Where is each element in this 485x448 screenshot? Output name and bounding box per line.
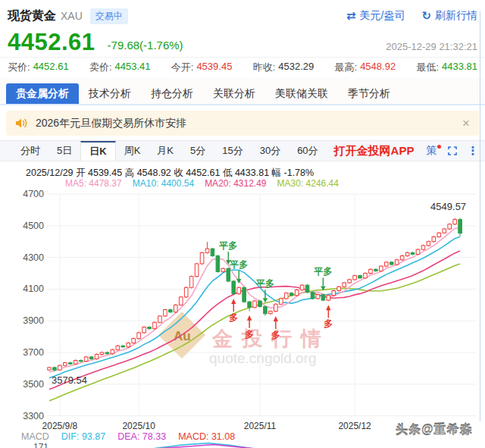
price-change: -79.68(-1.76%) — [108, 39, 183, 52]
macd-macd-value: MACD: 31.08 — [178, 431, 235, 442]
low-price: 最低:4433.81 — [416, 61, 477, 74]
period-15min[interactable]: 15分 — [214, 141, 251, 161]
toutiao-watermark: 头条@重希淼 — [396, 422, 473, 438]
x-axis-tick: 2025/12 — [338, 421, 371, 431]
period-weekly-k[interactable]: 周K — [116, 141, 149, 161]
ma-readout: MA5: 4478.37 MA10: 4400.54 MA20: 4312.49… — [0, 178, 485, 190]
svg-text:4700: 4700 — [23, 190, 44, 199]
x-axis-tick: 2025/11 — [244, 421, 277, 431]
candlestick-chart[interactable]: 47004500430041003900370035003300Au金投行情qu… — [0, 190, 485, 421]
exchange-arrows-icon: ⇄ — [346, 9, 356, 23]
macd-dea-value: DEA: 78.33 — [117, 431, 166, 442]
notice-banner[interactable]: 2026年元旦假期交易所休市安排 × — [6, 111, 479, 136]
svg-text:多: 多 — [245, 329, 254, 340]
ma10-value: MA10: 4400.54 — [133, 178, 194, 190]
tab-technical-analysis[interactable]: 技术分析 — [79, 83, 141, 104]
tab-fed-correlation[interactable]: 美联储关联 — [265, 83, 338, 104]
tab-correlation-analysis[interactable]: 关联分析 — [203, 83, 265, 104]
period-daily-k[interactable]: 日K — [80, 141, 115, 161]
right-edge-divider — [480, 11, 480, 421]
ohlc-readout: 2025/12/29 开 4539.45 高 4548.92 收 4452.61… — [0, 167, 485, 178]
tab-precious-metal-analysis[interactable]: 贵金属分析 — [6, 83, 79, 104]
kline-svg[interactable]: 47004500430041003900370035003300Au金投行情qu… — [0, 190, 485, 421]
period-timeline[interactable]: 分时 — [12, 141, 48, 161]
period-monthly-k[interactable]: 月K — [149, 141, 182, 161]
last-price: 4452.61 — [8, 30, 95, 54]
macd-pane-clipped: 171 — [0, 442, 485, 448]
svg-text:quote.cngold.org: quote.cngold.org — [209, 350, 317, 366]
tab-position-analysis[interactable]: 持仓分析 — [141, 83, 203, 104]
svg-text:4300: 4300 — [23, 252, 44, 263]
svg-text:4100: 4100 — [23, 284, 44, 294]
open-app-link[interactable]: 打开金投网APP — [327, 141, 422, 161]
unit-toggle-button[interactable]: ⇄ 美元/盎司 — [346, 9, 405, 23]
svg-text:3500: 3500 — [23, 379, 44, 390]
ma20-value: MA20: 4312.49 — [205, 178, 266, 190]
refresh-icon: ↻ — [421, 9, 431, 23]
close-icon[interactable]: × — [462, 117, 470, 130]
open-price: 今开:4539.45 — [171, 61, 233, 74]
ask-price: 卖价:4453.41 — [89, 61, 151, 74]
prev-close-price: 昨收:4532.29 — [253, 61, 314, 74]
chart-toolbar: 分时 5日 日K 周K 月K 5分 15分 30分 60分 打开金投网APP 策… — [0, 140, 485, 161]
svg-text:平多: 平多 — [255, 278, 274, 289]
svg-text:3300: 3300 — [23, 411, 44, 421]
svg-text:平多: 平多 — [218, 240, 237, 251]
macd-dif-value: DIF: 93.87 — [61, 431, 105, 442]
svg-text:3700: 3700 — [23, 347, 44, 358]
macd-curves — [0, 442, 485, 448]
quote-timestamp: 2025-12-29 21:32:21 — [386, 41, 477, 52]
analysis-nav-tabs: 贵金属分析 技术分析 持仓分析 关联分析 美联储关联 季节分析 — [0, 77, 485, 105]
bid-price: 买价:4452.61 — [8, 61, 69, 74]
period-30min[interactable]: 30分 — [252, 141, 289, 161]
svg-text:平多: 平多 — [313, 266, 332, 277]
period-5min[interactable]: 5分 — [182, 141, 214, 161]
tab-seasonal-analysis[interactable]: 季节分析 — [338, 83, 400, 104]
ma30-value: MA30: 4246.44 — [277, 178, 339, 190]
high-price: 最高:4548.92 — [335, 61, 396, 74]
instrument-symbol: XAU — [61, 10, 83, 22]
more-options-icon[interactable]: ⋮ — [464, 141, 484, 161]
svg-text:4549.57: 4549.57 — [430, 201, 466, 212]
period-5day[interactable]: 5日 — [48, 141, 80, 161]
svg-text:多: 多 — [271, 330, 280, 340]
svg-text:平多: 平多 — [229, 259, 248, 270]
svg-text:多: 多 — [229, 312, 238, 323]
svg-text:多: 多 — [324, 318, 333, 329]
quote-header: 现货黄金 XAU 交易中 ⇄ 美元/盎司 ↻ 刷新行情 4452.61 -79.… — [0, 0, 485, 58]
macd-title: MACD — [21, 431, 49, 442]
x-axis-tick: 2025/9/8 — [42, 421, 78, 431]
instrument-title: 现货黄金 — [8, 8, 56, 24]
x-axis-tick: 2025/10 — [122, 421, 155, 431]
quote-fields-row: 买价:4452.61 卖价:4453.41 今开:4539.45 昨收:4532… — [0, 58, 485, 77]
trading-status-badge: 交易中 — [90, 8, 128, 24]
period-60min[interactable]: 60分 — [289, 141, 326, 161]
svg-text:3579.54: 3579.54 — [52, 374, 87, 386]
svg-text:3900: 3900 — [23, 315, 44, 326]
ma5-value: MA5: 4478.37 — [65, 178, 122, 190]
notice-text: 2026年元旦假期交易所休市安排 — [36, 117, 186, 130]
refresh-quotes-button[interactable]: ↻ 刷新行情 — [421, 9, 477, 23]
fullscreen-icon[interactable] — [441, 141, 464, 161]
svg-text:4500: 4500 — [23, 221, 44, 231]
strategy-button[interactable]: 策 — [421, 141, 441, 161]
speaker-icon — [15, 117, 28, 129]
